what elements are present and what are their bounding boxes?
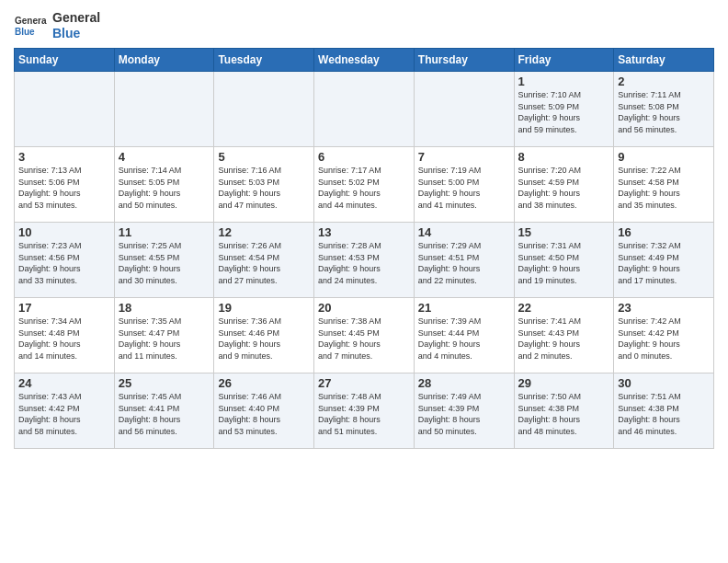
calendar-week-row: 17Sunrise: 7:34 AM Sunset: 4:48 PM Dayli… — [15, 298, 714, 373]
calendar-cell — [414, 72, 514, 147]
day-number: 27 — [318, 376, 410, 390]
day-info: Sunrise: 7:31 AM Sunset: 4:50 PM Dayligh… — [518, 240, 610, 286]
svg-rect-0 — [14, 9, 47, 42]
day-info: Sunrise: 7:41 AM Sunset: 4:43 PM Dayligh… — [518, 316, 610, 362]
calendar-cell: 15Sunrise: 7:31 AM Sunset: 4:50 PM Dayli… — [514, 223, 614, 298]
day-info: Sunrise: 7:42 AM Sunset: 4:42 PM Dayligh… — [618, 316, 710, 362]
day-info: Sunrise: 7:51 AM Sunset: 4:38 PM Dayligh… — [618, 391, 710, 437]
weekday-header: Tuesday — [214, 49, 314, 72]
calendar-cell — [214, 72, 314, 147]
day-info: Sunrise: 7:45 AM Sunset: 4:41 PM Dayligh… — [119, 391, 210, 437]
svg-text:General: General — [15, 16, 47, 26]
calendar-cell: 25Sunrise: 7:45 AM Sunset: 4:41 PM Dayli… — [114, 373, 214, 449]
day-info: Sunrise: 7:19 AM Sunset: 5:00 PM Dayligh… — [418, 165, 510, 211]
day-info: Sunrise: 7:49 AM Sunset: 4:39 PM Dayligh… — [418, 391, 510, 437]
logo-text-blue: Blue — [52, 26, 100, 41]
calendar-cell: 23Sunrise: 7:42 AM Sunset: 4:42 PM Dayli… — [614, 298, 714, 373]
header: General Blue General Blue — [14, 9, 714, 42]
calendar-cell — [15, 72, 115, 147]
weekday-header: Saturday — [614, 49, 714, 72]
calendar-cell: 11Sunrise: 7:25 AM Sunset: 4:55 PM Dayli… — [114, 223, 214, 298]
page-container: General Blue General Blue SundayMondayTu… — [0, 0, 728, 454]
day-info: Sunrise: 7:25 AM Sunset: 4:55 PM Dayligh… — [119, 240, 210, 286]
calendar-cell: 7Sunrise: 7:19 AM Sunset: 5:00 PM Daylig… — [414, 147, 514, 223]
calendar-cell: 24Sunrise: 7:43 AM Sunset: 4:42 PM Dayli… — [15, 373, 115, 449]
day-number: 19 — [218, 301, 310, 315]
day-info: Sunrise: 7:50 AM Sunset: 4:38 PM Dayligh… — [518, 391, 610, 437]
day-number: 26 — [218, 376, 310, 390]
calendar-cell: 21Sunrise: 7:39 AM Sunset: 4:44 PM Dayli… — [414, 298, 514, 373]
weekday-header: Friday — [514, 49, 614, 72]
calendar-cell: 6Sunrise: 7:17 AM Sunset: 5:02 PM Daylig… — [314, 147, 415, 223]
weekday-header: Sunday — [15, 49, 115, 72]
calendar-cell: 13Sunrise: 7:28 AM Sunset: 4:53 PM Dayli… — [314, 223, 415, 298]
day-number: 15 — [518, 225, 610, 239]
calendar-week-row: 1Sunrise: 7:10 AM Sunset: 5:09 PM Daylig… — [15, 72, 714, 147]
day-number: 23 — [618, 301, 710, 315]
calendar-cell: 27Sunrise: 7:48 AM Sunset: 4:39 PM Dayli… — [314, 373, 415, 449]
calendar-cell — [114, 72, 214, 147]
day-number: 28 — [418, 376, 510, 390]
day-number: 29 — [518, 376, 610, 390]
day-number: 8 — [518, 150, 610, 164]
calendar-cell — [314, 72, 415, 147]
day-info: Sunrise: 7:36 AM Sunset: 4:46 PM Dayligh… — [218, 316, 310, 362]
calendar-table: SundayMondayTuesdayWednesdayThursdayFrid… — [14, 48, 714, 449]
day-info: Sunrise: 7:46 AM Sunset: 4:40 PM Dayligh… — [218, 391, 310, 437]
day-number: 14 — [418, 225, 510, 239]
calendar-cell: 1Sunrise: 7:10 AM Sunset: 5:09 PM Daylig… — [514, 72, 614, 147]
calendar-cell: 10Sunrise: 7:23 AM Sunset: 4:56 PM Dayli… — [15, 223, 115, 298]
calendar-cell: 9Sunrise: 7:22 AM Sunset: 4:58 PM Daylig… — [614, 147, 714, 223]
day-info: Sunrise: 7:26 AM Sunset: 4:54 PM Dayligh… — [218, 240, 310, 286]
weekday-header: Monday — [114, 49, 214, 72]
calendar-cell: 17Sunrise: 7:34 AM Sunset: 4:48 PM Dayli… — [15, 298, 115, 373]
day-info: Sunrise: 7:43 AM Sunset: 4:42 PM Dayligh… — [18, 391, 110, 437]
day-number: 11 — [119, 225, 210, 239]
calendar-cell: 28Sunrise: 7:49 AM Sunset: 4:39 PM Dayli… — [414, 373, 514, 449]
day-number: 16 — [618, 225, 710, 239]
day-info: Sunrise: 7:39 AM Sunset: 4:44 PM Dayligh… — [418, 316, 510, 362]
day-number: 25 — [119, 376, 210, 390]
day-number: 3 — [18, 150, 110, 164]
logo-text-general: General — [52, 10, 100, 26]
logo-svg: General Blue — [14, 9, 47, 42]
day-info: Sunrise: 7:38 AM Sunset: 4:45 PM Dayligh… — [318, 316, 410, 362]
day-number: 21 — [418, 301, 510, 315]
weekday-header: Thursday — [414, 49, 514, 72]
day-info: Sunrise: 7:29 AM Sunset: 4:51 PM Dayligh… — [418, 240, 510, 286]
calendar-cell: 20Sunrise: 7:38 AM Sunset: 4:45 PM Dayli… — [314, 298, 415, 373]
day-number: 7 — [418, 150, 510, 164]
day-number: 17 — [18, 301, 110, 315]
calendar-cell: 16Sunrise: 7:32 AM Sunset: 4:49 PM Dayli… — [614, 223, 714, 298]
svg-text:Blue: Blue — [15, 27, 35, 37]
day-info: Sunrise: 7:35 AM Sunset: 4:47 PM Dayligh… — [119, 316, 210, 362]
day-info: Sunrise: 7:14 AM Sunset: 5:05 PM Dayligh… — [119, 165, 210, 211]
day-number: 12 — [218, 225, 310, 239]
day-info: Sunrise: 7:32 AM Sunset: 4:49 PM Dayligh… — [618, 240, 710, 286]
calendar-week-row: 3Sunrise: 7:13 AM Sunset: 5:06 PM Daylig… — [15, 147, 714, 223]
day-number: 18 — [119, 301, 210, 315]
calendar-week-row: 10Sunrise: 7:23 AM Sunset: 4:56 PM Dayli… — [15, 223, 714, 298]
day-info: Sunrise: 7:22 AM Sunset: 4:58 PM Dayligh… — [618, 165, 710, 211]
calendar-cell: 14Sunrise: 7:29 AM Sunset: 4:51 PM Dayli… — [414, 223, 514, 298]
calendar-cell: 30Sunrise: 7:51 AM Sunset: 4:38 PM Dayli… — [614, 373, 714, 449]
day-info: Sunrise: 7:48 AM Sunset: 4:39 PM Dayligh… — [318, 391, 410, 437]
day-number: 20 — [318, 301, 410, 315]
day-number: 1 — [518, 75, 610, 88]
weekday-header: Wednesday — [314, 49, 415, 72]
day-info: Sunrise: 7:34 AM Sunset: 4:48 PM Dayligh… — [18, 316, 110, 362]
calendar-cell: 19Sunrise: 7:36 AM Sunset: 4:46 PM Dayli… — [214, 298, 314, 373]
calendar-cell: 5Sunrise: 7:16 AM Sunset: 5:03 PM Daylig… — [214, 147, 314, 223]
day-number: 13 — [318, 225, 410, 239]
calendar-cell: 12Sunrise: 7:26 AM Sunset: 4:54 PM Dayli… — [214, 223, 314, 298]
day-number: 5 — [218, 150, 310, 164]
day-info: Sunrise: 7:23 AM Sunset: 4:56 PM Dayligh… — [18, 240, 110, 286]
logo: General Blue General Blue — [14, 9, 100, 42]
day-number: 4 — [119, 150, 210, 164]
calendar-cell: 26Sunrise: 7:46 AM Sunset: 4:40 PM Dayli… — [214, 373, 314, 449]
day-info: Sunrise: 7:11 AM Sunset: 5:08 PM Dayligh… — [618, 89, 710, 135]
calendar-cell: 3Sunrise: 7:13 AM Sunset: 5:06 PM Daylig… — [15, 147, 115, 223]
day-info: Sunrise: 7:16 AM Sunset: 5:03 PM Dayligh… — [218, 165, 310, 211]
calendar-cell: 29Sunrise: 7:50 AM Sunset: 4:38 PM Dayli… — [514, 373, 614, 449]
day-info: Sunrise: 7:13 AM Sunset: 5:06 PM Dayligh… — [18, 165, 110, 211]
